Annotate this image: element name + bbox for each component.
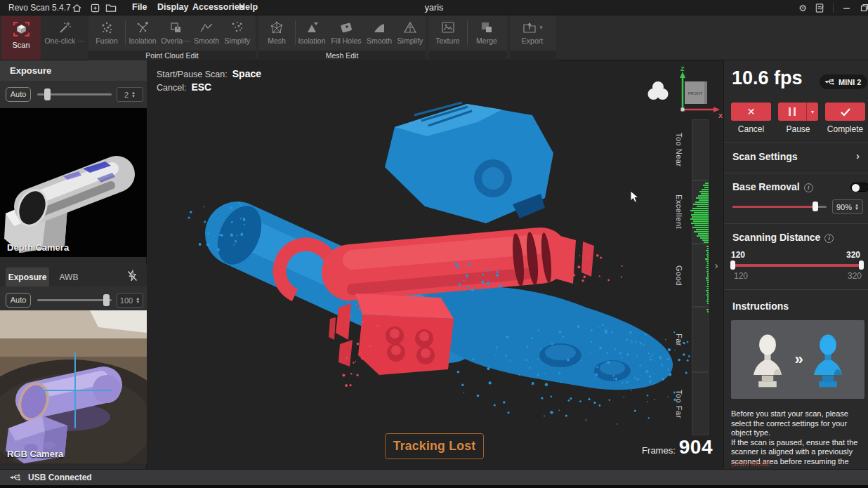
simplify-mesh-icon (402, 20, 418, 35)
depth-auto-button[interactable]: Auto (6, 87, 31, 102)
depth-exposure-slider[interactable] (37, 93, 112, 95)
feedback-icon[interactable] (813, 2, 826, 13)
cancel-scan-button[interactable]: ✕ (731, 103, 771, 121)
minimize-button[interactable] (840, 2, 853, 13)
mesh-label: Mesh (268, 37, 286, 45)
scanning-distance-info-icon[interactable]: i (824, 234, 834, 243)
axis-gizmo[interactable]: FRONT Z X (672, 66, 723, 122)
mesh-isolation-button[interactable]: Isolation (296, 16, 328, 50)
flash-off-icon[interactable] (126, 270, 138, 282)
histogram-too-near (692, 119, 709, 180)
scan-icon (12, 20, 31, 39)
pc-simplify-button[interactable]: Simplify (221, 16, 254, 50)
mesh-edit-caption: Mesh Edit (258, 51, 426, 60)
hint-cancel-key: ESC (191, 81, 211, 93)
depth-exposure-header: Exposure (0, 60, 147, 81)
fill-holes-button[interactable]: Fill Holes (328, 16, 364, 50)
maximize-button[interactable] (858, 2, 868, 13)
export-dropdown-icon: ▾ (539, 24, 543, 31)
scan-mode-link[interactable]: Scan Mode (731, 459, 770, 468)
settings-gear-icon[interactable]: ⚙ (796, 2, 809, 13)
complete-button-label: Complete (825, 124, 865, 134)
distance-min-caption: 120 (734, 271, 748, 281)
smooth-points-icon (199, 20, 214, 35)
point-cloud-edit-caption: Point Cloud Edit (88, 51, 256, 60)
depth-exposure-controls: Auto 2 ▲▼ (0, 81, 147, 108)
rgb-auto-button[interactable]: Auto (6, 293, 31, 308)
scan-mode-button[interactable]: Scan (1, 16, 41, 60)
magic-wand-icon (57, 20, 72, 35)
scan-settings-label: Scan Settings (732, 151, 798, 162)
spinner-arrows-icon[interactable]: ▲▼ (855, 204, 859, 211)
distance-max-handle[interactable] (859, 261, 864, 270)
frames-label: Frames: (642, 445, 676, 456)
merge-button[interactable]: Merge (468, 16, 506, 50)
mesh-smooth-button[interactable]: Smooth (364, 16, 394, 50)
scan-control-panel: 10.6 fps MINI 2 ✕ ▾ Cancel Pause Complet… (723, 60, 868, 469)
keyboard-hints: Start/Pause Scan: Space Cancel: ESC (157, 68, 261, 95)
fill-holes-icon (338, 20, 354, 35)
pause-scan-button[interactable]: ▾ (778, 103, 818, 121)
histogram-bars (706, 309, 709, 313)
export-button[interactable]: ▾ Export (510, 16, 555, 50)
depth-exposure-slider-handle[interactable] (44, 88, 51, 100)
fusion-button[interactable]: Fusion (88, 16, 125, 50)
merge-label: Merge (476, 37, 497, 45)
mesh-button[interactable]: Mesh (258, 16, 295, 50)
histogram-bars (705, 246, 709, 305)
document-title: yaris (0, 3, 868, 13)
overlap-label: Overla··· (161, 37, 190, 45)
rgb-exposure-value[interactable]: 100 ▲▼ (117, 293, 143, 308)
base-removal-toggle[interactable] (850, 183, 868, 192)
scan-label: Scan (12, 41, 29, 49)
pause-dropdown-icon[interactable]: ▾ (806, 103, 818, 121)
pc-smooth-label: Smooth (194, 37, 219, 45)
merge-icon (479, 20, 494, 35)
statusbar: USB Connected (0, 469, 868, 485)
histogram-label-excellent: Excellent (672, 180, 686, 244)
scan-settings-header[interactable]: Scan Settings (732, 150, 798, 163)
complete-scan-button[interactable] (825, 103, 865, 121)
window-bottom-edge (0, 485, 868, 488)
point-cloud-colors-icon[interactable] (647, 80, 669, 101)
scanning-distance-label: Scanning Distance (732, 232, 820, 243)
base-removal-info-icon[interactable]: i (804, 183, 813, 192)
mesh-star-icon (269, 20, 284, 35)
instructions-title: Instructions (732, 301, 789, 312)
distance-max-caption: 320 (848, 271, 862, 281)
cancel-x-icon: ✕ (747, 106, 756, 117)
histogram-too-far (692, 372, 709, 435)
smooth-mesh-icon (371, 20, 387, 35)
rgb-exposure-slider-handle[interactable] (103, 294, 110, 306)
mesh-edit-group: Mesh Isolation Fill Holes (258, 15, 426, 60)
tab-exposure[interactable]: Exposure (6, 268, 49, 286)
scan-settings-chevron-icon[interactable]: › (856, 150, 860, 161)
texture-button[interactable]: Texture (428, 16, 467, 50)
distance-min-handle[interactable] (730, 261, 735, 270)
one-click-button[interactable]: One-click ··· (42, 16, 87, 50)
histogram-label-good: Good (672, 244, 686, 307)
base-removal-value[interactable]: 90% ▲▼ (832, 199, 863, 214)
fps-readout: 10.6 fps (732, 67, 803, 89)
overlap-button[interactable]: Overla··· (159, 16, 192, 50)
histogram-label-too-far: Too Far (672, 372, 686, 435)
spinner-arrows-icon[interactable]: ▲▼ (131, 91, 136, 98)
pc-smooth-button[interactable]: Smooth (192, 16, 221, 50)
divider (724, 289, 868, 290)
pc-isolation-button[interactable]: Isolation (126, 16, 159, 50)
spinner-arrows-icon[interactable]: ▲▼ (136, 297, 140, 304)
base-removal-slider-handle[interactable] (813, 202, 818, 211)
viewport-3d-canvas[interactable]: Start/Pause Scan: Space Cancel: ESC FRON… (147, 60, 723, 469)
histogram-far (692, 307, 709, 372)
gizmo-front-label: FRONT (688, 91, 703, 95)
tab-awb[interactable]: AWB (51, 268, 87, 286)
titlebar: Revo Scan 5.4.7 File Display Accessories… (0, 0, 868, 15)
rgb-settings-tabs: Exposure AWB (0, 265, 147, 286)
fill-holes-label: Fill Holes (331, 37, 361, 45)
depth-exposure-value[interactable]: 2 ▲▼ (117, 87, 143, 102)
expand-right-panel-button[interactable]: › (711, 254, 721, 275)
mesh-simplify-button[interactable]: Simplify (394, 16, 426, 50)
rgb-exposure-slider[interactable] (37, 299, 112, 301)
usb-icon (824, 78, 835, 86)
texture-image-icon (440, 20, 456, 35)
